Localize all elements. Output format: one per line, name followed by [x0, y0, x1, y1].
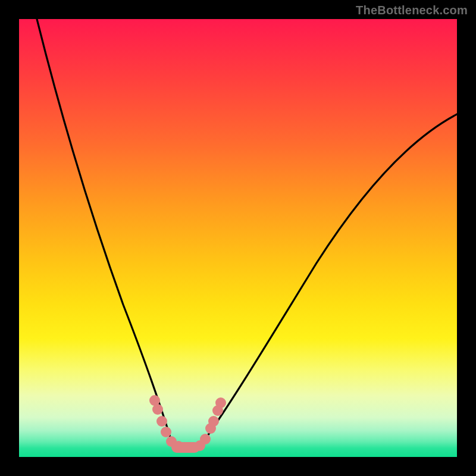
- right-curve: [203, 114, 457, 441]
- svg-point-14: [215, 397, 226, 408]
- svg-point-10: [200, 434, 211, 444]
- svg-point-2: [156, 416, 167, 427]
- bottom-marker-band: [149, 395, 226, 453]
- svg-point-1: [152, 404, 163, 415]
- chart-svg: [19, 19, 457, 457]
- chart-frame: TheBottleneck.com: [0, 0, 476, 476]
- svg-point-3: [161, 427, 171, 437]
- watermark-text: TheBottleneck.com: [356, 4, 468, 17]
- left-curve: [37, 19, 171, 439]
- chart-plot-area: [19, 19, 457, 457]
- svg-point-12: [208, 416, 219, 427]
